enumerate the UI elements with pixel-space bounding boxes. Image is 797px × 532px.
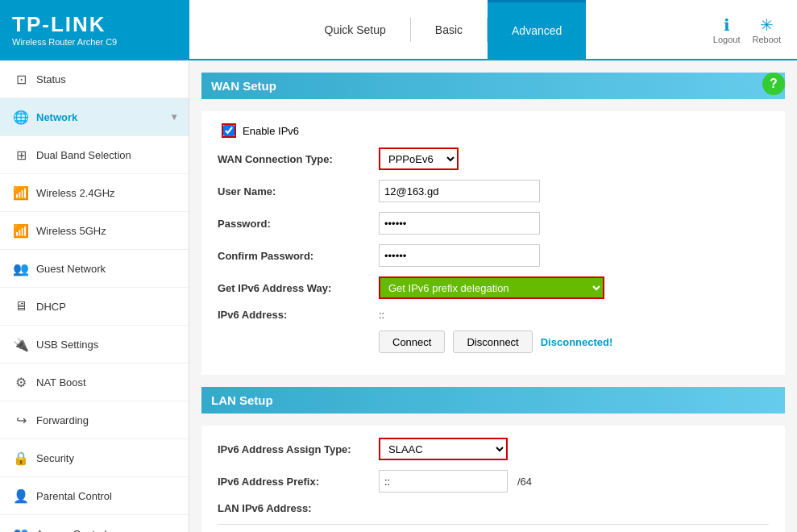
usb-icon: 🔌 — [12, 335, 30, 353]
wan-connection-type-label: WAN Connection Type: — [218, 153, 379, 165]
logout-action[interactable]: ℹ Logout — [713, 15, 741, 44]
dhcp-icon: 🖥 — [12, 297, 30, 315]
nav-advanced[interactable]: Advanced — [488, 0, 586, 59]
sidebar-item-dhcp[interactable]: 🖥 DHCP — [0, 288, 189, 326]
sidebar-label-usb: USB Settings — [36, 339, 98, 351]
sidebar-item-parental[interactable]: 👤 Parental Control — [0, 477, 189, 515]
lan-ipv6-row: LAN IPv6 Address: — [218, 502, 769, 514]
sidebar-label-access: Access Control — [36, 528, 106, 533]
wireless5-icon: 📶 — [12, 222, 30, 239]
nav-area: Quick Setup Basic Advanced — [189, 0, 697, 59]
connection-status: Disconnected! — [541, 336, 613, 348]
nat-icon: ⚙ — [12, 373, 30, 391]
password-input[interactable] — [379, 212, 540, 235]
username-label: User Name: — [218, 185, 379, 197]
wan-connection-type-select[interactable]: PPPoEv6 DHCPv6 Static IPv6 — [379, 148, 459, 170]
sidebar-label-parental: Parental Control — [36, 490, 112, 502]
sidebar-item-security[interactable]: 🔒 Security — [0, 439, 189, 477]
username-input[interactable] — [379, 180, 540, 202]
confirm-password-label: Confirm Password: — [218, 250, 379, 262]
sidebar-item-wireless-5[interactable]: 📶 Wireless 5GHz — [0, 212, 189, 250]
main-layout: ⊡ Status 🌐 Network ▾ ⊞ Dual Band Selecti… — [0, 60, 797, 532]
sidebar-label-security: Security — [36, 452, 74, 464]
logout-icon: ℹ — [724, 15, 730, 35]
sidebar-item-access-control[interactable]: 👥 Access Control — [0, 515, 189, 532]
reboot-action[interactable]: ✳ Reboot — [753, 15, 781, 44]
prefix-suffix: /64 — [517, 476, 532, 488]
ipv6-address-text: :: — [379, 309, 384, 321]
connect-button[interactable]: Connect — [379, 330, 445, 353]
ipv6-address-value: :: — [379, 309, 384, 321]
prefix-row: IPv6 Address Prefix: /64 — [218, 470, 769, 493]
assign-type-select[interactable]: SLAAC DHCPv6 Stateless DHCPv6 — [379, 438, 508, 460]
sidebar-label-dual-band: Dual Band Selection — [36, 149, 131, 161]
sidebar-label-guest: Guest Network — [36, 263, 106, 275]
assign-type-control: SLAAC DHCPv6 Stateless DHCPv6 — [379, 438, 508, 460]
logo-subtitle: Wireless Router Archer C9 — [12, 37, 177, 47]
get-ipv6-label: Get IPv6 Address Way: — [218, 282, 379, 294]
lan-setup-header: LAN Setup — [201, 387, 785, 414]
get-ipv6-select[interactable]: Get IPv6 prefix delegation Use IPv6 addr… — [379, 276, 604, 299]
reboot-label: Reboot — [753, 35, 781, 44]
get-ipv6-control: Get IPv6 prefix delegation Use IPv6 addr… — [379, 276, 604, 299]
prefix-input[interactable] — [379, 470, 508, 493]
disconnect-button[interactable]: Disconnect — [453, 330, 532, 353]
assign-type-label: IPv6 Address Assign Type: — [218, 443, 379, 455]
dual-band-icon: ⊞ — [12, 146, 30, 164]
sidebar-label-dhcp: DHCP — [36, 301, 66, 313]
content-area: ? WAN Setup Enable IPv6 WAN Connection T… — [189, 60, 797, 532]
access-icon: 👥 — [12, 525, 30, 532]
nav-basic[interactable]: Basic — [411, 0, 487, 59]
network-icon: 🌐 — [12, 108, 30, 126]
confirm-password-input[interactable] — [379, 244, 540, 267]
sidebar-label-wireless24: Wireless 2.4GHz — [36, 187, 115, 199]
status-icon: ⊡ — [12, 70, 30, 88]
lan-setup-section: LAN Setup IPv6 Address Assign Type: SLAA… — [201, 387, 785, 532]
enable-ipv6-checkbox-wrap[interactable] — [222, 123, 236, 138]
confirm-password-control — [379, 244, 540, 267]
get-ipv6-row: Get IPv6 Address Way: Get IPv6 prefix de… — [218, 276, 769, 299]
security-icon: 🔒 — [12, 449, 30, 467]
assign-type-row: IPv6 Address Assign Type: SLAAC DHCPv6 S… — [218, 438, 769, 460]
sidebar-item-usb[interactable]: 🔌 USB Settings — [0, 326, 189, 364]
wan-connection-control: PPPoEv6 DHCPv6 Static IPv6 — [379, 148, 459, 170]
guest-icon: 👥 — [12, 260, 30, 277]
help-button[interactable]: ? — [762, 73, 785, 95]
prefix-control: /64 — [379, 470, 532, 493]
header-actions: ℹ Logout ✳ Reboot — [697, 15, 797, 44]
parental-icon: 👤 — [12, 487, 30, 505]
password-label: Password: — [218, 218, 379, 230]
sidebar: ⊡ Status 🌐 Network ▾ ⊞ Dual Band Selecti… — [0, 60, 189, 532]
network-expand-arrow: ▾ — [172, 111, 176, 123]
sidebar-label-forwarding: Forwarding — [36, 414, 89, 426]
prefix-label: IPv6 Address Prefix: — [218, 476, 379, 488]
wan-form: Enable IPv6 WAN Connection Type: PPPoEv6… — [201, 111, 785, 375]
reboot-icon: ✳ — [760, 15, 774, 35]
sidebar-item-dual-band[interactable]: ⊞ Dual Band Selection — [0, 136, 189, 174]
sidebar-item-status[interactable]: ⊡ Status — [0, 60, 189, 98]
username-control — [379, 180, 540, 202]
sidebar-item-network[interactable]: 🌐 Network ▾ — [0, 98, 189, 136]
logout-label: Logout — [713, 35, 741, 44]
username-row: User Name: — [218, 180, 769, 202]
nav-quick-setup[interactable]: Quick Setup — [301, 0, 410, 59]
sidebar-item-guest[interactable]: 👥 Guest Network — [0, 250, 189, 288]
header: TP-LINK Wireless Router Archer C9 Quick … — [0, 0, 797, 60]
sidebar-item-wireless-24[interactable]: 📶 Wireless 2.4GHz — [0, 174, 189, 212]
form-divider — [218, 524, 769, 525]
sidebar-label-wireless5: Wireless 5GHz — [36, 225, 106, 237]
wan-connection-type-row: WAN Connection Type: PPPoEv6 DHCPv6 Stat… — [218, 148, 769, 170]
sidebar-label-status: Status — [36, 73, 66, 85]
enable-ipv6-checkbox[interactable] — [223, 125, 235, 136]
enable-ipv6-row: Enable IPv6 — [218, 123, 769, 138]
sidebar-item-nat[interactable]: ⚙ NAT Boost — [0, 364, 189, 401]
logo: TP-LINK — [12, 12, 177, 37]
lan-form: IPv6 Address Assign Type: SLAAC DHCPv6 S… — [201, 426, 785, 532]
password-control — [379, 212, 540, 235]
confirm-password-row: Confirm Password: — [218, 244, 769, 267]
connect-row: Connect Disconnect Disconnected! — [218, 330, 769, 353]
lan-ipv6-label: LAN IPv6 Address: — [218, 502, 379, 514]
sidebar-item-forwarding[interactable]: ↪ Forwarding — [0, 401, 189, 439]
sidebar-label-nat: NAT Boost — [36, 376, 86, 389]
wireless24-icon: 📶 — [12, 184, 30, 202]
